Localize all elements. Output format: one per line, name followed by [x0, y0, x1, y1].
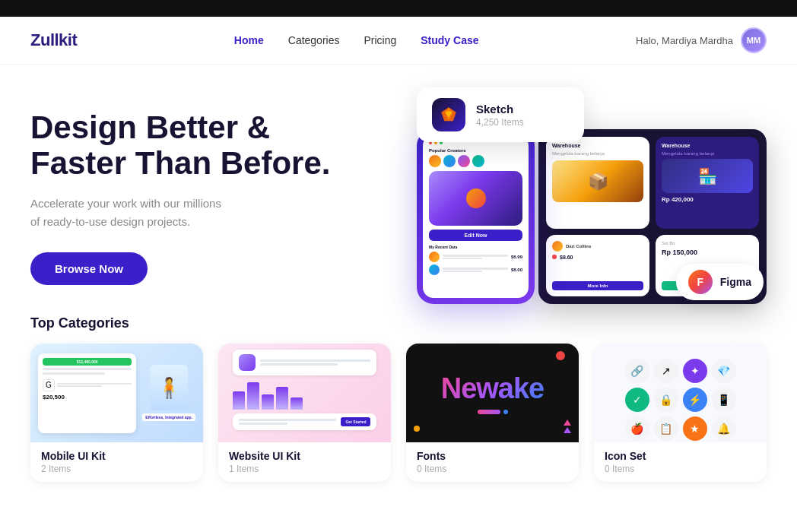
mob-g-line-2: [57, 385, 102, 387]
dash-cell-3: Dari Collins $8.60 More Info: [546, 235, 649, 297]
fonts-stripe-1: [478, 410, 500, 414]
mob-line-1: [43, 368, 132, 370]
fonts-yellow-dot: [414, 426, 420, 432]
cat-card-mobile-ui[interactable]: $12,480,000 G $20,500: [30, 344, 203, 482]
dash-sub-1: Mengelola barang belanja: [552, 151, 643, 156]
web-line-b: [260, 363, 338, 366]
dash-cell-2: Warehouse Mengelola barang belanja 🏪 Rp …: [656, 137, 759, 229]
fonts-dot-blue: [503, 410, 508, 414]
cat-name-website-ui: Website UI Kit: [229, 450, 380, 462]
mob-card-left: $12,480,000 G $20,500: [38, 353, 136, 433]
web-line-c: [239, 419, 337, 421]
web-lines-2: [239, 419, 337, 425]
cat-info-fonts: Fonts 0 Items: [406, 442, 579, 482]
icon-10: 📋: [654, 416, 678, 441]
dash-sol-label: Sol Bit: [662, 241, 753, 245]
phone-text-line-4: [443, 271, 482, 272]
sketch-icon: [432, 98, 465, 131]
sketch-card: Sketch 4,250 Items: [417, 87, 584, 142]
mob-green-badge: $12,480,000: [43, 358, 132, 366]
fonts-mock-title: Newake: [441, 372, 545, 405]
dash-label-1: Warehouse: [552, 143, 643, 148]
cat-name-fonts: Fonts: [417, 450, 568, 462]
cat-thumb-icon-set: 🔗 ↗ ✦ 💎 ✓ 🔒 ⚡ 📱 🍎 📋 ★ 🔔: [594, 344, 767, 442]
fonts-triangles: [564, 420, 571, 433]
logo[interactable]: Zullkit: [30, 30, 77, 50]
cat-card-icon-set[interactable]: 🔗 ↗ ✦ 💎 ✓ 🔒 ⚡ 📱 🍎 📋 ★ 🔔 Icon Set 0 Items: [594, 344, 767, 482]
phone-text-line-3: [443, 268, 508, 270]
phone-text-line-2: [443, 258, 482, 259]
web-get-started-btn: Get Started: [341, 417, 370, 426]
mob-g-line-1: [57, 383, 132, 385]
nav-pricing[interactable]: Pricing: [364, 34, 396, 46]
fonts-content: Newake: [406, 344, 579, 442]
figma-pill: F Figma: [676, 264, 764, 300]
sketch-items: 4,250 Items: [476, 117, 524, 128]
web-line-a: [260, 359, 371, 362]
avatar-4: [472, 155, 484, 167]
cat-card-website-ui[interactable]: Get Started Website UI Kit 1 Items: [218, 344, 391, 482]
cat-info-website-ui: Website UI Kit 1 Items: [218, 442, 391, 482]
figma-icon: F: [688, 270, 713, 294]
icon-5: ✓: [625, 388, 649, 412]
browse-now-button[interactable]: Browse Now: [30, 252, 148, 285]
dash-name-1: Dari Collins: [566, 244, 591, 249]
phone-recent-text-2: [443, 268, 508, 272]
nav-study-case[interactable]: Study Case: [421, 34, 478, 46]
web-lines-1: [260, 359, 371, 366]
nav-home[interactable]: Home: [234, 34, 264, 46]
phone-popular-label: Popular Creators: [429, 148, 522, 153]
cat-thumb-fonts: Newake: [406, 344, 579, 442]
cat-count-website-ui: 1 Items: [229, 464, 380, 474]
hero-subtitle: Accelerate your work with our millions o…: [30, 195, 330, 231]
web-bar-4: [276, 387, 288, 410]
categories-section: Top Categories $12,480,000 G: [0, 315, 797, 497]
dash-label-2: Warehouse: [662, 143, 753, 148]
nav-categories[interactable]: Categories: [288, 34, 340, 46]
figma-label: Figma: [720, 276, 751, 288]
dash-sol-price: Rp 150,000: [662, 249, 753, 256]
icon-11: ★: [683, 416, 707, 441]
dash-avatar-sm: [552, 241, 563, 252]
web-bar-2: [247, 382, 259, 410]
web-line-d: [239, 423, 287, 425]
mob-g-text: [57, 383, 132, 387]
phone-mockup: Popular Creators Edit Now My Recent Data: [417, 129, 535, 304]
phone-text-line-1: [443, 255, 508, 257]
website-ui-mock: Get Started: [218, 344, 391, 442]
icon-12: 🔔: [712, 416, 736, 441]
sketch-info: Sketch 4,250 Items: [476, 103, 524, 128]
avatar-3: [458, 155, 470, 167]
mob-g-icon: G: [43, 379, 55, 391]
icon-3: ✦: [683, 359, 707, 383]
web-card-2: Get Started: [233, 413, 377, 430]
web-bar-3: [262, 394, 274, 410]
mob-person-img: 🧍: [150, 365, 188, 410]
phone-recent-row-1: $6.99: [429, 252, 522, 262]
hero-visual: Sketch 4,250 Items Popular Creators: [371, 87, 767, 308]
icon-9: 🍎: [625, 416, 649, 441]
web-bar-1: [233, 391, 245, 410]
triangle-2: [564, 427, 571, 433]
hero-title: Design Better & Faster Than Before.: [30, 110, 330, 180]
mob-integrated-text: Effortless, Integrated app.: [142, 413, 195, 421]
dash-more-btn[interactable]: More Info: [552, 281, 643, 290]
phone-recent-label: My Recent Data: [429, 245, 522, 249]
hero-text: Design Better & Faster Than Before. Acce…: [30, 110, 330, 284]
fonts-decorations: [478, 410, 508, 414]
phone-cta-btn: Edit Now: [429, 230, 522, 241]
icon-7: ⚡: [683, 388, 707, 412]
cat-thumb-mobile-ui: $12,480,000 G $20,500: [30, 344, 203, 442]
phone-avatars: [429, 155, 522, 167]
dash-status-dot-1: [552, 255, 557, 259]
mob-amount: $20,500: [43, 394, 132, 401]
cat-info-mobile-ui: Mobile UI Kit 2 Items: [30, 442, 203, 482]
avatar[interactable]: MM: [741, 27, 767, 53]
cat-card-fonts[interactable]: Newake Fonts 0 Items: [406, 344, 579, 482]
phone-recent-avatar-1: [429, 252, 440, 262]
sketch-title: Sketch: [476, 103, 524, 116]
triangle-1: [564, 420, 571, 426]
nav-links: Home Categories Pricing Study Case: [234, 34, 479, 46]
phone-circle-overlay: [466, 188, 486, 208]
cat-thumb-website-ui: Get Started: [218, 344, 391, 442]
